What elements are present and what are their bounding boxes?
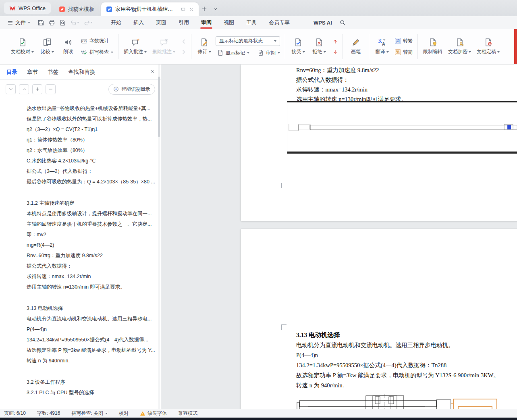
pen-button[interactable]: 画笔	[346, 32, 365, 61]
ribbon-tab[interactable]: 视图	[218, 16, 240, 29]
toc-item[interactable]: 电动机分为直流电动机和交流电动机。选用三相异步电...	[7, 314, 156, 324]
markup-state-select[interactable]: 显示标记的最终状态	[216, 36, 280, 46]
print-button[interactable]	[47, 18, 57, 27]
ribbon-tab[interactable]: 引用	[172, 16, 195, 29]
toc-item[interactable]: 3.13 电动机选择	[7, 303, 156, 314]
toc-scrollbar[interactable]	[158, 64, 160, 409]
toc-item[interactable]: C:水的比热容 4.2×103kJ/kg·℃	[7, 156, 156, 166]
spell-check-button[interactable]: 拼写检查	[79, 48, 115, 56]
finalize-document-button[interactable]: 文档定稿	[475, 32, 502, 61]
toc-item[interactable]: 故选额定功率 P 额=3kw 能满足要求，电动机的型号为 Y...	[7, 345, 156, 356]
toc-scrollbar-thumb[interactable]	[158, 77, 160, 137]
ribbon-tab[interactable]: 开始	[105, 16, 127, 29]
review-mode-button[interactable]: 审阅	[256, 49, 282, 57]
file-menu-button[interactable]: 文件	[4, 17, 33, 28]
document-canvas[interactable]: Rnv=60πg：重力加速度 9.8m/s22 据公式代入数据得： 求得转速：n…	[161, 64, 517, 409]
wps-logo-icon	[9, 5, 16, 11]
restrict-editing-icon	[428, 38, 437, 47]
toc-item[interactable]: mg=R(4—2)	[7, 240, 156, 250]
toc-item[interactable]: 最后谷物可吸收的热量为：Q = 4.2×103×（85-35）×80 ...	[7, 177, 156, 187]
docer-template-tab[interactable]: 找稿壳模板	[54, 2, 99, 16]
navigation-pane: 目录 章节 书签 查找和替换 智能识别目录	[0, 64, 161, 409]
smart-toc-button[interactable]: 智能识别目录	[108, 84, 155, 95]
collapse-all-button[interactable]	[19, 84, 29, 94]
ribbon-tab[interactable]: 页面	[150, 16, 172, 29]
toc-item[interactable]: 主轴的回转速度是烘干机的重要技术参数之一。它决定...	[7, 219, 156, 229]
status-bar: 页面: 6/10 字数: 4916 拼写检查: 关闭 校对 缺失字体 兼容模式	[0, 409, 517, 418]
wps-home-tab[interactable]: WPS Office	[4, 2, 51, 14]
close-tab-icon[interactable]	[189, 7, 194, 12]
word-count-status[interactable]: 字数: 4916	[37, 410, 60, 417]
tab-list-button[interactable]	[210, 4, 221, 14]
ribbon-tab[interactable]: 会员专享	[263, 16, 296, 29]
save-button[interactable]	[36, 18, 46, 27]
compare-button[interactable]: 比较	[37, 32, 57, 61]
translate-button[interactable]: 翻译	[372, 32, 392, 61]
toc-item-label: 转速 n 为 940r/min.	[27, 358, 70, 364]
reject-button[interactable]: 拒绝	[309, 32, 329, 61]
ribbon-tab[interactable]: 插入	[127, 16, 150, 29]
toc-item[interactable]: 本机特点是使用多级轴设计，提升螺杆和搅动掌在同一...	[7, 208, 156, 219]
doc-proof-button[interactable]: 文档校对	[9, 32, 36, 61]
encrypt-document-button[interactable]: 文档加密	[446, 32, 473, 61]
navigation-pane-tab[interactable]: 查找和替换	[68, 69, 96, 76]
toc-item[interactable]: η2（3—2）×Q = CV(T2 - T1)η1	[7, 124, 156, 135]
screw-conveyor-image[interactable]	[287, 101, 517, 154]
toc-item[interactable]: 3.2 设备工作程序	[7, 377, 156, 387]
toc-item[interactable]: η2：水气放热效率（80%）	[7, 145, 156, 156]
toc-item[interactable]: 求得转速：nmax=134.2r/min	[7, 271, 156, 282]
search-button[interactable]	[339, 19, 346, 26]
comment-bubble-icon[interactable]	[181, 7, 186, 12]
close-pane-button[interactable]	[149, 69, 155, 75]
section-heading: 3.13 电动机选择	[241, 330, 517, 340]
text-boundary-mark	[281, 324, 287, 330]
toc-item[interactable]: 即：mv2	[7, 229, 156, 240]
simplified-to-traditional-button[interactable]: 简 转繁	[393, 37, 414, 45]
page-2[interactable]: 3.13 电动机选择 电动机分为直流电动机和交流电动机。选用三相异步电动机。 P…	[241, 229, 517, 409]
toc-item[interactable]: 3.1.2 主轴转速的确定	[7, 198, 156, 208]
missing-font-warning[interactable]: 缺失字体	[140, 410, 167, 417]
redo-button[interactable]	[82, 18, 94, 27]
toc-item[interactable]: 据公式代入数据得：	[7, 261, 156, 271]
show-markup-button[interactable]: 显示标记	[216, 49, 251, 57]
next-change-button[interactable]	[331, 48, 339, 56]
document-tab[interactable]: 家用谷物烘干机机械结构设计	[101, 2, 199, 16]
navigation-pane-tab[interactable]: 目录	[6, 69, 17, 76]
toc-item[interactable]: 转速 n 为 940r/min.	[7, 356, 156, 366]
navigation-pane-tab[interactable]: 书签	[48, 69, 58, 76]
toc-item[interactable]: 134.2=1.34kwP=95509550×据公式(4—4)代入数据得...	[7, 335, 156, 345]
toc-item[interactable]: 选用主轴的转速 n=130r/min 即可满足要求。	[7, 282, 156, 292]
toc-item[interactable]: η1：筒体传热效率（80%）	[7, 135, 156, 145]
toc-item[interactable]: 但是除了谷物吸收以外的热量可以折算成传热效率，热...	[7, 114, 156, 124]
traditional-to-simplified-button[interactable]: 繁 转简	[393, 48, 414, 56]
track-changes-button[interactable]: 修订	[195, 32, 214, 61]
proofing-status[interactable]: 校对	[119, 410, 129, 417]
toc-item[interactable]: 据公式（3—2）代入数据得：	[7, 166, 156, 177]
undo-button[interactable]	[69, 18, 81, 27]
menu-bar: 文件 开始 插入 页面 引用 审阅 视图 工具	[0, 16, 517, 29]
gearbox-drawing-image[interactable]	[296, 394, 500, 409]
toc-item[interactable]: 3.2.1 PLC 与 CPU 型号的选择	[7, 387, 156, 398]
toc-item[interactable]: P(4—4)n	[7, 324, 156, 335]
ribbon-tab[interactable]: 工具	[240, 16, 263, 29]
spell-check-status[interactable]: 拼写检查: 关闭	[71, 410, 108, 417]
print-preview-button[interactable]	[58, 18, 68, 27]
wps-ai-entry[interactable]: WPS AI	[305, 19, 332, 26]
ribbon-tab[interactable]: 审阅	[195, 16, 218, 29]
page-1[interactable]: Rnv=60πg：重力加速度 9.8m/s22 据公式代入数据得： 求得转速：n…	[241, 64, 517, 221]
toc-item[interactable]: Rnv=60πg：重力加速度 9.8m/s22	[7, 250, 156, 261]
navigation-pane-tab[interactable]: 章节	[27, 69, 38, 76]
accept-button[interactable]: 接受	[289, 32, 308, 61]
expand-all-button[interactable]	[6, 84, 16, 94]
restrict-editing-button[interactable]: 限制编辑	[421, 32, 444, 61]
word-count-button[interactable]: 字数统计	[79, 37, 115, 45]
new-tab-button[interactable]	[199, 4, 210, 14]
previous-change-button[interactable]	[331, 38, 339, 45]
collapse-level-button[interactable]	[46, 84, 56, 94]
page-indicator[interactable]: 页面: 6/10	[4, 410, 26, 417]
document-line: Rnv=60πg：重力加速度 9.8m/s22	[241, 65, 517, 75]
insert-comment-button[interactable]: 插入批注	[122, 32, 149, 61]
expand-level-button[interactable]	[32, 84, 42, 94]
toc-item[interactable]: 热水放出热量=谷物吸收的热量+机械设备所耗能量+其...	[7, 103, 156, 114]
read-aloud-button[interactable]: 朗读	[58, 32, 78, 61]
